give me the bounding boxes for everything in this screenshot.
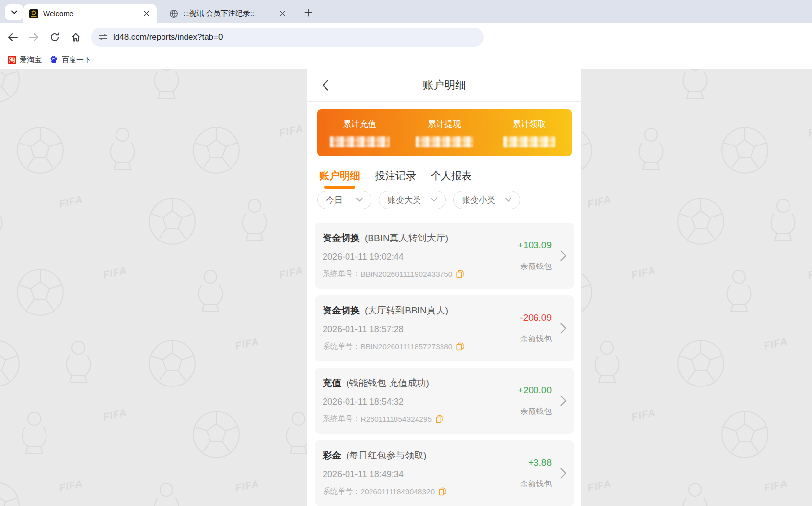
chevron-left-icon (322, 80, 328, 91)
page-title: 账户明细 (423, 78, 466, 93)
url-text: ld48.com/reports/index?tab=0 (113, 32, 223, 42)
summary-total-withdraw: 累计提现 (402, 109, 487, 156)
watermark-item (719, 267, 759, 318)
tab-account-details[interactable]: 账户明细 (319, 169, 360, 190)
tab-label: 账户明细 (319, 170, 360, 181)
summary-value-redacted (330, 136, 390, 147)
tab-title: Welcome (43, 9, 142, 18)
chevron-right-icon[interactable] (560, 468, 567, 479)
order-number-label: 系统单号： (323, 486, 361, 497)
globe-favicon-icon (169, 9, 178, 18)
browser-toolbar: ld48.com/reports/index?tab=0 (0, 23, 812, 51)
chevron-down-icon (505, 198, 511, 202)
home-button[interactable] (68, 29, 84, 46)
browser-tab-records[interactable]: :::视讯 会员下注纪录::: (164, 4, 292, 23)
chevron-down-icon (356, 198, 363, 202)
transaction-type: 彩金 (323, 449, 341, 462)
site-settings-icon (99, 33, 107, 41)
watermark-item: FIFA (764, 338, 788, 350)
back-arrow-button[interactable] (319, 79, 331, 91)
bookmark-baidu[interactable]: 百度一下 (49, 55, 91, 65)
watermark-item (631, 125, 671, 176)
url-bar[interactable]: ld48.com/reports/index?tab=0 (91, 28, 484, 47)
watermark-item (147, 338, 198, 391)
panel-header: 账户明细 (307, 69, 581, 102)
tab-bet-records[interactable]: 投注记录 (375, 169, 416, 190)
watermark-item (15, 409, 54, 460)
bookmark-taobao[interactable]: 淘 爱淘宝 (8, 55, 42, 65)
filter-label: 今日 (326, 194, 343, 206)
watermark-item (147, 480, 186, 506)
browser-tab-strip: Welcome :::视讯 会员下注纪录::: (0, 0, 812, 23)
watermark-item (235, 196, 274, 247)
forward-button[interactable] (25, 29, 42, 46)
watermark-item (15, 125, 66, 178)
transaction-card[interactable]: 彩金 (每日红包参与领取) 2026-01-11 18:49:34 系统单号： … (315, 440, 574, 506)
wallet-label: 余额钱包 (520, 407, 552, 417)
copy-icon[interactable] (456, 342, 464, 351)
summary-value-redacted (416, 136, 473, 147)
chevron-down-icon (11, 10, 17, 14)
transaction-detail: (钱能钱包 充值成功) (346, 377, 429, 389)
watermark-item (147, 69, 186, 105)
watermark-item (808, 409, 812, 460)
order-number-label: 系统单号： (323, 414, 361, 424)
watermark-item (147, 196, 198, 249)
transaction-card[interactable]: 资金切换 (大厅转到BBIN真人) 2026-01-11 18:57:28 系统… (315, 295, 574, 361)
watermark-item (15, 267, 66, 320)
watermark-item (191, 409, 242, 462)
baidu-paw-icon (49, 55, 58, 64)
transaction-card[interactable]: 充值 (钱能钱包 充值成功) 2026-01-11 18:54:32 系统单号：… (315, 368, 574, 434)
watermark-item (675, 480, 715, 506)
watermark-item (0, 480, 22, 506)
chevron-right-icon[interactable] (560, 395, 567, 406)
transaction-detail: (BBIN真人转到大厅) (365, 232, 448, 244)
filter-label: 账变大类 (388, 194, 421, 206)
transaction-type: 资金切换 (323, 232, 360, 244)
tab-close-icon[interactable] (278, 9, 287, 18)
watermark-item (587, 338, 626, 389)
copy-icon[interactable] (439, 487, 446, 496)
watermark-item (719, 125, 770, 178)
watermark-item (675, 196, 726, 249)
back-button[interactable] (4, 29, 21, 46)
copy-icon[interactable] (436, 415, 443, 423)
tab-close-icon[interactable] (142, 9, 151, 18)
filter-label: 账变小类 (462, 194, 495, 206)
reload-button[interactable] (46, 29, 63, 46)
copy-icon[interactable] (456, 270, 464, 278)
transaction-card[interactable]: 资金切换 (BBIN真人转到大厅) 2026-01-11 19:02:44 系统… (315, 223, 574, 289)
summary-value-redacted (503, 136, 555, 147)
report-tabs: 账户明细 投注记录 个人报表 (307, 156, 581, 190)
transaction-detail: (每日红包参与领取) (346, 449, 427, 462)
watermark-item (719, 409, 770, 462)
chevron-right-icon[interactable] (560, 250, 567, 261)
watermark-item (0, 338, 22, 391)
transaction-amount: -206.09 (520, 313, 552, 323)
summary-label: 累计提现 (428, 119, 461, 130)
browser-tab-welcome[interactable]: Welcome (23, 4, 157, 23)
summary-card: 累计充值 累计提现 累计领取 (317, 109, 572, 156)
order-number: BBIN202601111902433750 (361, 270, 453, 279)
filter-date-dropdown[interactable]: 今日 (317, 191, 371, 209)
watermark-item: FIFA (279, 267, 303, 279)
transaction-type: 充值 (323, 377, 341, 389)
watermark-item: FIFA (235, 338, 259, 350)
summary-label: 累计充值 (343, 119, 376, 130)
tab-personal-report[interactable]: 个人报表 (431, 169, 472, 190)
chevron-right-icon[interactable] (560, 323, 567, 334)
watermark-item (764, 196, 803, 247)
wallet-label: 余额钱包 (520, 262, 552, 272)
watermark-item: FIFA (587, 196, 612, 208)
filter-minor-category-dropdown[interactable]: 账变小类 (453, 191, 520, 209)
tab-search-button[interactable] (5, 4, 23, 20)
order-number-label: 系统单号： (323, 269, 361, 279)
watermark-item: FIFA (279, 125, 303, 137)
summary-divider (487, 116, 487, 149)
watermark-item: FIFA (235, 480, 259, 492)
filter-major-category-dropdown[interactable]: 账变大类 (379, 191, 446, 209)
new-tab-button[interactable] (302, 6, 315, 20)
site-favicon (29, 9, 38, 18)
watermark-item (675, 338, 726, 391)
watermark-item: FIFA (103, 409, 127, 421)
